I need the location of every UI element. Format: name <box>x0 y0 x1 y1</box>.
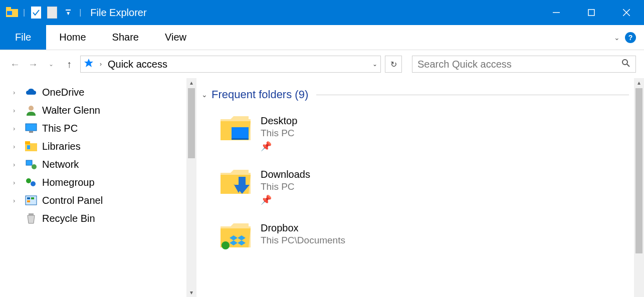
search-box[interactable] <box>412 56 636 73</box>
qat-customize-icon[interactable]: ▼ <box>62 7 74 19</box>
svg-point-22 <box>31 181 36 186</box>
group-title: Frequent folders (9) <box>211 88 308 101</box>
file-tab[interactable]: File <box>0 25 46 50</box>
search-icon[interactable] <box>621 59 630 70</box>
svg-marker-10 <box>84 59 93 67</box>
folder-icon <box>220 114 252 142</box>
breadcrumb[interactable]: Quick access <box>108 59 167 70</box>
tree-item-user[interactable]: ›Walter Glenn <box>0 101 196 119</box>
expand-icon[interactable]: › <box>13 125 20 132</box>
new-folder-icon[interactable] <box>46 7 58 19</box>
scroll-up-icon[interactable]: ▴ <box>637 78 640 87</box>
svg-rect-26 <box>27 200 30 202</box>
chevron-down-icon[interactable]: ⌄ <box>201 91 207 99</box>
folder-path: This PC <box>261 128 297 139</box>
properties-icon[interactable] <box>30 7 42 19</box>
tree-item-recyclebin[interactable]: Recycle Bin <box>0 209 196 227</box>
svg-rect-24 <box>27 197 30 199</box>
folder-item[interactable]: DownloadsThis PC📌 <box>201 164 644 217</box>
svg-rect-14 <box>26 124 37 131</box>
user-icon <box>25 104 37 116</box>
tree-scrollbar[interactable]: ▴ ▾ <box>186 78 196 297</box>
folder-path: This PC\Documents <box>261 235 345 246</box>
forward-button[interactable]: → <box>26 57 40 71</box>
chevron-right-icon[interactable]: › <box>98 61 104 68</box>
expand-icon[interactable]: › <box>13 161 20 168</box>
svg-point-13 <box>29 106 34 111</box>
tree-item-thispc[interactable]: ›This PC <box>0 119 196 137</box>
tree-item-network[interactable]: ›Network <box>0 155 196 173</box>
pin-icon: 📌 <box>261 194 272 205</box>
up-button[interactable]: ↑ <box>62 57 76 71</box>
scroll-up-icon[interactable]: ▴ <box>190 78 193 87</box>
quick-access-icon <box>84 58 94 71</box>
svg-rect-19 <box>26 160 32 165</box>
tree-item-label: Network <box>42 159 79 170</box>
svg-point-11 <box>622 60 627 65</box>
group-header[interactable]: ⌄ Frequent folders (9) <box>201 88 644 101</box>
search-input[interactable] <box>417 59 621 70</box>
svg-point-35 <box>222 241 230 249</box>
svg-rect-18 <box>27 145 30 149</box>
svg-rect-27 <box>29 213 34 215</box>
svg-point-20 <box>32 164 37 169</box>
separator-icon: | <box>23 8 25 17</box>
tree-item-onedrive[interactable]: ›OneDrive <box>0 83 196 101</box>
recent-locations-button[interactable]: ⌄ <box>44 57 58 71</box>
expand-icon[interactable]: › <box>13 107 20 114</box>
window-controls <box>539 0 644 25</box>
svg-rect-16 <box>25 143 37 151</box>
folder-icon <box>220 168 252 196</box>
title-bar: | ▼ | File Explorer <box>0 0 644 25</box>
tree-item-homegroup[interactable]: ›Homegroup <box>0 173 196 191</box>
tab-home[interactable]: Home <box>46 25 99 50</box>
svg-rect-15 <box>29 131 33 133</box>
svg-rect-3 <box>31 7 41 19</box>
separator-icon: | <box>79 8 81 17</box>
folder-item[interactable]: DropboxThis PC\Documents <box>201 217 644 261</box>
folder-name: Desktop <box>261 115 297 127</box>
quick-access-toolbar: | ▼ | <box>0 7 82 19</box>
scroll-down-icon[interactable]: ▾ <box>190 288 193 297</box>
close-button[interactable] <box>609 0 644 25</box>
folder-path: This PC <box>261 181 310 192</box>
tab-share[interactable]: Share <box>99 25 152 50</box>
tree-item-label: Libraries <box>42 141 81 152</box>
tree-item-label: Homegroup <box>42 177 95 188</box>
ribbon-expand-icon[interactable]: ⌄ <box>614 34 620 42</box>
refresh-button[interactable]: ↻ <box>385 56 402 73</box>
content-scrollbar[interactable]: ▴ <box>634 78 644 297</box>
expand-icon[interactable]: › <box>13 197 20 204</box>
address-dropdown-icon[interactable]: ⌄ <box>372 61 377 68</box>
folder-name: Dropbox <box>261 222 345 234</box>
homegroup-icon <box>25 176 37 188</box>
scroll-thumb[interactable] <box>188 88 195 158</box>
maximize-button[interactable] <box>574 0 609 25</box>
scroll-thumb[interactable] <box>635 88 642 253</box>
help-icon[interactable]: ? <box>625 32 636 43</box>
svg-rect-17 <box>25 141 30 144</box>
expand-icon[interactable]: › <box>13 89 20 96</box>
svg-rect-2 <box>7 11 12 15</box>
expand-icon[interactable]: › <box>13 179 20 186</box>
tree-item-libraries[interactable]: ›Libraries <box>0 137 196 155</box>
minimize-button[interactable] <box>539 0 574 25</box>
tree-item-controlpanel[interactable]: ›Control Panel <box>0 191 196 209</box>
onedrive-icon <box>25 86 37 98</box>
folder-item[interactable]: DesktopThis PC📌 <box>201 110 644 164</box>
tab-view[interactable]: View <box>152 25 199 50</box>
folder-icon <box>220 221 252 249</box>
pin-icon: 📌 <box>261 141 272 152</box>
content-pane: ⌄ Frequent folders (9) DesktopThis PC📌Do… <box>196 78 644 297</box>
recyclebin-icon <box>25 212 37 224</box>
divider <box>316 95 629 95</box>
svg-rect-7 <box>588 10 594 16</box>
back-button[interactable]: ← <box>8 57 22 71</box>
svg-rect-1 <box>6 7 11 10</box>
svg-rect-4 <box>47 7 57 19</box>
address-bar[interactable]: › Quick access ⌄ <box>80 56 381 73</box>
tree-item-label: This PC <box>42 123 78 134</box>
controlpanel-icon <box>25 194 37 206</box>
folder-name: Downloads <box>261 169 310 180</box>
expand-icon[interactable]: › <box>13 143 20 150</box>
